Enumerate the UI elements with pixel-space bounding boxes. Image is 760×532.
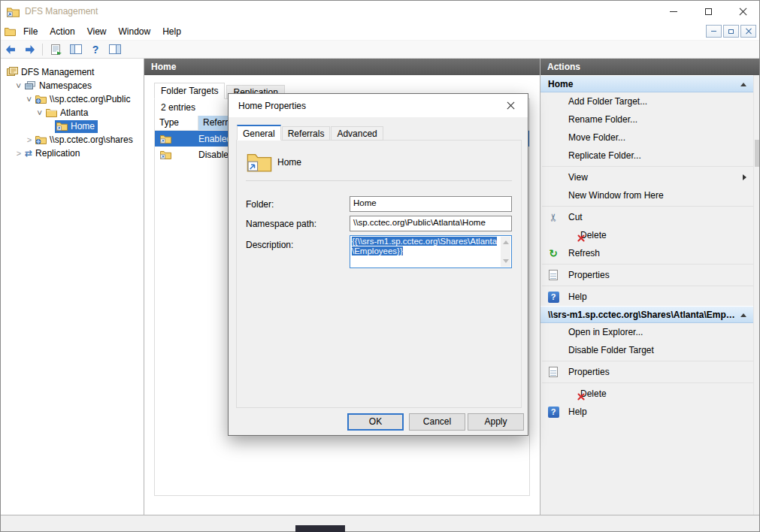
- description-input[interactable]: {{\\srs-m1.sp.cctec.org\Shares\Atlanta\E…: [350, 235, 512, 268]
- actions-section-target-header[interactable]: \\srs-m1.sp.cctec.org\Shares\Atlanta\Emp…: [540, 306, 753, 323]
- folder-target-icon: [247, 150, 272, 172]
- dialog-tabs: General Referrals Advanced: [237, 125, 384, 141]
- scroll-up-icon[interactable]: [503, 240, 509, 244]
- tree-item-atlanta[interactable]: > Atlanta: [0, 106, 144, 119]
- tab-referrals[interactable]: Referrals: [282, 126, 331, 141]
- apply-button[interactable]: Apply: [468, 413, 524, 431]
- action-delete[interactable]: Delete: [540, 226, 753, 244]
- show-console-tree-button[interactable]: [67, 41, 85, 58]
- forward-button[interactable]: [21, 41, 39, 58]
- scroll-down-icon[interactable]: [503, 259, 509, 263]
- collapsed-chevron-icon[interactable]: >: [25, 135, 34, 144]
- dialog-close-button[interactable]: [494, 94, 528, 116]
- target-action-help[interactable]: ? Help: [540, 403, 753, 421]
- action-label: Help: [568, 407, 587, 417]
- target-action-delete[interactable]: Delete: [540, 385, 753, 403]
- dialog-titlebar[interactable]: Home Properties: [229, 94, 528, 117]
- tree-item-home[interactable]: Home: [0, 119, 144, 133]
- tree-item-namespace-shares[interactable]: > \\sp.cctec.org\shares: [0, 133, 144, 147]
- menu-action[interactable]: Action: [44, 23, 80, 40]
- dialog-folder-name: Home: [277, 157, 301, 168]
- tab-folder-targets[interactable]: Folder Targets: [154, 83, 225, 99]
- expanded-chevron-icon[interactable]: >: [25, 95, 34, 104]
- action-disable-folder-target[interactable]: Disable Folder Target: [540, 341, 753, 359]
- console-icon: [5, 26, 16, 36]
- tree-item-namespace-public[interactable]: > \\sp.cctec.org\Public: [0, 92, 144, 106]
- child-close-button[interactable]: [740, 25, 756, 38]
- help-icon: ?: [548, 292, 559, 303]
- action-new-window-from-here[interactable]: New Window from Here: [540, 186, 753, 204]
- menu-file[interactable]: File: [17, 23, 44, 40]
- menu-window[interactable]: Window: [113, 23, 157, 40]
- collapse-section-icon[interactable]: [740, 83, 746, 86]
- help-icon: ?: [92, 44, 99, 56]
- action-rename-folder[interactable]: Rename Folder...: [540, 110, 753, 128]
- folder-target-icon: [155, 134, 198, 144]
- console-tree: DFS Management > Namespaces > \\sp.cctec…: [0, 59, 144, 515]
- selected-tree-node[interactable]: Home: [55, 120, 98, 133]
- actions-separator: [542, 264, 753, 264]
- expanded-chevron-icon[interactable]: >: [14, 81, 23, 90]
- window-controls: [656, 0, 760, 23]
- action-help[interactable]: ? Help: [540, 288, 753, 306]
- action-properties[interactable]: Properties: [540, 266, 753, 284]
- action-cut[interactable]: ✂ Cut: [540, 208, 753, 226]
- menu-view[interactable]: View: [81, 23, 113, 40]
- minimize-button[interactable]: [656, 0, 691, 23]
- selected-description-text: {{\\srs-m1.sp.cctec.org\Shares\Atlanta\E…: [352, 237, 497, 255]
- column-header-type[interactable]: Type: [155, 116, 198, 130]
- back-button[interactable]: [2, 41, 20, 58]
- export-list-button[interactable]: [47, 41, 65, 58]
- maximize-button[interactable]: [691, 0, 725, 23]
- target-action-properties[interactable]: Properties: [540, 363, 753, 381]
- child-restore-button[interactable]: [723, 25, 739, 38]
- help-button[interactable]: ?: [86, 41, 104, 58]
- action-refresh[interactable]: ↻ Refresh: [540, 244, 753, 262]
- action-view[interactable]: View: [540, 168, 753, 186]
- actions-separator: [542, 206, 753, 207]
- tree-item-dfs-management[interactable]: DFS Management: [0, 65, 144, 79]
- actions-scrollbar[interactable]: [753, 75, 760, 515]
- action-label: View: [568, 172, 588, 183]
- tree-item-label: Atlanta: [60, 107, 88, 118]
- actions-section-home-header[interactable]: Home: [540, 75, 753, 92]
- cut-icon: ✂: [547, 211, 559, 223]
- show-action-pane-button[interactable]: [106, 41, 124, 58]
- cancel-button[interactable]: Cancel: [409, 413, 465, 431]
- action-replicate-folder[interactable]: Replicate Folder...: [540, 147, 753, 165]
- collapse-section-icon[interactable]: [740, 313, 746, 317]
- export-list-icon: [51, 44, 62, 55]
- tab-advanced[interactable]: Advanced: [331, 126, 383, 141]
- actions-separator: [542, 361, 753, 361]
- tab-general[interactable]: General: [237, 125, 281, 141]
- action-add-folder-target[interactable]: Add Folder Target...: [540, 92, 753, 110]
- titlebar[interactable]: DFS Management: [0, 0, 760, 23]
- folder-input[interactable]: Home: [350, 196, 512, 212]
- child-minimize-button[interactable]: [706, 25, 722, 38]
- action-open-in-explorer[interactable]: Open in Explorer...: [540, 323, 753, 341]
- actions-scrollbar-thumb[interactable]: [755, 140, 759, 167]
- submenu-arrow-icon: [743, 174, 746, 180]
- minimize-icon: [670, 11, 677, 12]
- collapsed-chevron-icon[interactable]: >: [14, 149, 23, 158]
- delete-icon: [575, 391, 587, 403]
- tree-item-label: Namespaces: [39, 80, 92, 91]
- action-move-folder[interactable]: Move Folder...: [540, 128, 753, 147]
- actions-separator: [542, 286, 753, 286]
- action-label: Add Folder Target...: [568, 96, 647, 107]
- dfs-root-icon: [7, 67, 18, 77]
- description-scrollbar[interactable]: [501, 237, 510, 267]
- show-console-tree-icon: [70, 44, 82, 54]
- properties-icon: [549, 270, 558, 280]
- action-label: Refresh: [568, 248, 600, 258]
- menu-help[interactable]: Help: [156, 23, 187, 40]
- folder-label: Folder:: [246, 199, 344, 210]
- tree-item-namespaces[interactable]: > Namespaces: [0, 79, 144, 92]
- ok-button[interactable]: OK: [347, 413, 404, 431]
- child-restore-icon: [728, 29, 734, 34]
- tree-item-replication[interactable]: > ⇄ Replication: [0, 147, 144, 160]
- menu-bar: File Action View Window Help: [0, 23, 760, 41]
- namespace-path-input[interactable]: \\sp.cctec.org\Public\Atlanta\Home: [350, 216, 512, 231]
- expanded-chevron-icon[interactable]: >: [35, 108, 44, 117]
- close-button[interactable]: [725, 0, 760, 23]
